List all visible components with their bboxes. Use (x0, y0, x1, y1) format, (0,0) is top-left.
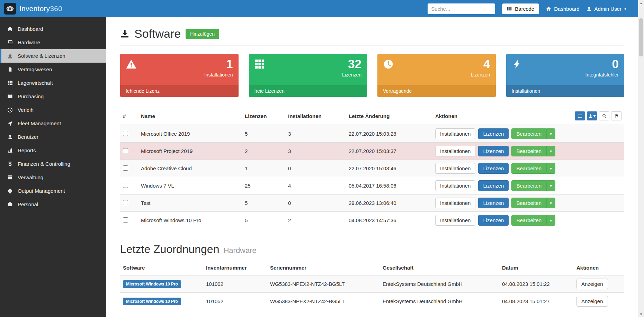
bearbeiten-button[interactable]: Bearbeiten (511, 215, 546, 226)
table-row: Test 5 0 29.06.2023 13:06:40 Installatio… (120, 194, 624, 212)
user-menu[interactable]: Admin User ▾ (587, 6, 626, 12)
app-logo-icon (4, 3, 16, 15)
row-checkbox[interactable] (123, 183, 128, 188)
assignments-table: Software Inventarnummer Seriennummer Ges… (120, 261, 624, 310)
list-view-button[interactable] (575, 111, 585, 120)
sidebar-item-lagerwirtschaft[interactable]: Lagerwirtschaft (0, 76, 106, 90)
stat-contract-end[interactable]: 4 Lizenzen Vertragsende (377, 54, 496, 97)
lizenzen-button[interactable]: Lizenzen (478, 198, 509, 208)
nav-dashboard-link[interactable]: Dashboard (546, 6, 579, 12)
col-header-aktionen: Aktionen (574, 261, 624, 275)
row-checkbox[interactable] (123, 200, 128, 205)
installationen-button[interactable]: Installationen (435, 146, 475, 156)
stat-value: 0 (612, 57, 619, 71)
barcode-button[interactable]: Barcode (502, 3, 539, 14)
home-icon (546, 6, 551, 11)
sidebar-item-finanzen-controlling[interactable]: $ Finanzen & Controlling (0, 157, 106, 171)
sidebar-item-software-lizenzen[interactable]: Software & Lizenzen (0, 49, 106, 63)
bearbeiten-button[interactable]: Bearbeiten (511, 163, 546, 174)
col-header-datum: Datum (499, 261, 574, 275)
col-header-seriennummer: Seriennummer (267, 261, 380, 275)
section-title: Letzte Zuordnungen (120, 243, 219, 256)
changed-value: 29.06.2023 13:06:40 (346, 194, 432, 212)
user-columns-button[interactable]: ▾ (587, 111, 597, 120)
flag-button[interactable] (611, 111, 621, 120)
briefcase-icon (7, 202, 13, 207)
plane-icon (7, 121, 13, 126)
scroll-up-arrow-icon[interactable]: ▲ (638, 0, 644, 6)
page-title: Software (134, 27, 181, 40)
sidebar-item-purchasing[interactable]: Purchasing (0, 90, 106, 103)
bearbeiten-dropdown-toggle[interactable]: ▾ (546, 163, 555, 174)
row-checkbox[interactable] (123, 165, 128, 171)
bearbeiten-dropdown-toggle[interactable]: ▾ (546, 146, 555, 156)
stat-integrity-errors[interactable]: 0 Integritätsfehler Installationen (506, 54, 625, 97)
sidebar-item-output-management[interactable]: Output Management (0, 184, 106, 198)
stat-free-licenses[interactable]: 32 Lizenzen freie Lizenzen (249, 54, 367, 97)
software-name: Adobe Creative Cloud (138, 160, 242, 177)
lizenzen-button[interactable]: Lizenzen (478, 128, 509, 139)
add-button[interactable]: Hinzufügen (186, 29, 219, 39)
bearbeiten-button[interactable]: Bearbeiten (511, 146, 546, 156)
installationen-value: 3 (285, 125, 346, 143)
brand-title[interactable]: Inventory360 (19, 4, 62, 13)
table-row: Microsoft Project 2019 2 3 22.07.2020 15… (120, 143, 624, 160)
chevron-down-icon: ▾ (550, 132, 552, 136)
home-icon (7, 26, 13, 32)
bearbeiten-dropdown-toggle[interactable]: ▾ (546, 128, 555, 139)
installationen-button[interactable]: Installationen (435, 198, 475, 208)
installationen-value: 4 (285, 177, 346, 194)
table-row: Microsoft Office 2019 5 3 22.07.2020 15:… (120, 125, 624, 143)
changed-value: 04.08.2023 14:57:36 (346, 212, 432, 229)
installationen-value: 2 (285, 212, 346, 229)
search-button[interactable] (599, 111, 609, 120)
stat-sublabel: Lizenzen (471, 72, 490, 78)
chevron-down-icon: ▾ (624, 7, 626, 11)
lizenzen-value: 5 (242, 125, 285, 143)
anzeigen-button[interactable]: Anzeigen (576, 279, 608, 289)
table-row: Windows 7 VL 25 4 05.04.2017 16:58:06 In… (120, 177, 624, 194)
sidebar-item-hardware[interactable]: Hardware (0, 36, 106, 49)
row-checkbox[interactable] (123, 148, 128, 153)
installationen-button[interactable]: Installationen (435, 128, 475, 139)
dollar-icon: $ (7, 161, 13, 167)
col-header-gesellschaft: Gesellschaft (380, 261, 499, 275)
search-input[interactable] (428, 3, 495, 14)
lizenzen-button[interactable]: Lizenzen (478, 180, 509, 191)
seriennummer-value: WG5383-NPEX2-NTZ42-BG5LT (267, 275, 380, 293)
scrollbar-thumb[interactable] (639, 18, 643, 56)
stat-value: 1 (226, 57, 233, 71)
sidebar-item-reports[interactable]: Reports (0, 144, 106, 157)
installationen-button[interactable]: Installationen (435, 163, 475, 174)
grid-icon (254, 59, 362, 69)
bearbeiten-button[interactable]: Bearbeiten (511, 180, 546, 191)
lizenzen-button[interactable]: Lizenzen (478, 146, 509, 156)
sidebar-item-fleet-management[interactable]: Fleet Management (0, 117, 106, 130)
stat-missing-license[interactable]: 1 Installationen fehlende Lizenz (120, 54, 239, 97)
stat-sublabel: Lizenzen (342, 72, 361, 78)
bearbeiten-dropdown-toggle[interactable]: ▾ (546, 180, 555, 191)
bearbeiten-button[interactable]: Bearbeiten (511, 198, 546, 208)
lizenzen-button[interactable]: Lizenzen (478, 215, 509, 226)
anzeigen-button[interactable]: Anzeigen (576, 296, 608, 307)
lizenzen-button[interactable]: Lizenzen (478, 163, 509, 174)
installationen-button[interactable]: Installationen (435, 180, 475, 191)
sidebar-item-benutzer[interactable]: Benutzer (0, 130, 106, 144)
bearbeiten-dropdown-toggle[interactable]: ▾ (546, 215, 555, 226)
sidebar-item-personal[interactable]: Personal (0, 198, 106, 211)
installationen-button[interactable]: Installationen (435, 215, 475, 226)
col-header-name: Name (138, 107, 242, 125)
stat-sublabel: Integritätsfehler (585, 72, 619, 78)
sidebar-item-verleih[interactable]: Verleih (0, 103, 106, 117)
row-checkbox[interactable] (123, 131, 128, 136)
installationen-value: 0 (285, 160, 346, 177)
sidebar-item-dashboard[interactable]: Dashboard (0, 22, 106, 36)
bearbeiten-button[interactable]: Bearbeiten (511, 128, 546, 139)
sidebar-item-vertragswesen[interactable]: Vertragswesen (0, 63, 106, 76)
sidebar-item-verwaltung[interactable]: Verwaltung (0, 171, 106, 184)
installationen-value: 3 (285, 143, 346, 160)
scroll-down-arrow-icon[interactable]: ▼ (638, 311, 644, 317)
page-header: Software Hinzufügen (120, 27, 624, 46)
row-checkbox[interactable] (123, 217, 128, 223)
bearbeiten-dropdown-toggle[interactable]: ▾ (546, 198, 555, 208)
